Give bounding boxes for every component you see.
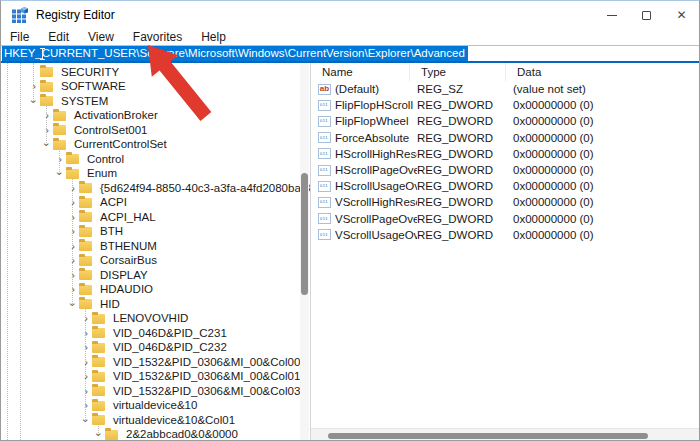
close-button[interactable]: ✕ [664, 1, 699, 29]
tree-vertical-scrollbar[interactable] [300, 63, 309, 441]
tree-item[interactable]: SOFTWARE [1, 80, 310, 95]
tree-item[interactable]: {5d624f94-8850-40c3-a3fa-a4fd2080baf3} [1, 181, 310, 196]
chevron-icon[interactable] [54, 154, 66, 165]
chevron-icon[interactable] [41, 125, 53, 136]
value-row[interactable]: VScrollPageOver... REG_DWORD 0x00000000 … [311, 211, 699, 227]
folder-icon [92, 343, 105, 353]
chevron-icon[interactable] [80, 386, 92, 397]
value-name: VScrollHighReso... [335, 196, 417, 208]
chevron-icon[interactable] [41, 110, 53, 121]
tree-item[interactable]: ActivationBroker [1, 109, 310, 124]
tree-item[interactable]: ACPI_HAL [1, 210, 310, 225]
tree-item[interactable]: DISPLAY [1, 268, 310, 283]
values-column-header: Name Type Data [311, 63, 699, 81]
tree-item-label: VID_1532&PID_0306&MI_00&Col01 [110, 370, 303, 383]
minimize-button[interactable] [594, 1, 629, 29]
column-header[interactable]: Name [311, 63, 410, 81]
tree-item[interactable]: virtualdevice&10 [1, 399, 310, 414]
menu-item[interactable]: Help [201, 30, 226, 44]
value-type: REG_SZ [417, 83, 513, 95]
tree-item[interactable]: BTHENUM [1, 239, 310, 254]
tree-item[interactable]: CurrentControlSet [1, 138, 310, 153]
value-data: 0x00000000 (0) [513, 115, 699, 127]
chevron-icon[interactable] [41, 139, 53, 150]
chevron-icon[interactable] [67, 241, 79, 252]
chevron-icon[interactable] [80, 400, 92, 411]
chevron-icon[interactable] [80, 342, 92, 353]
column-header[interactable]: Type [410, 63, 506, 81]
value-data: 0x00000000 (0) [513, 229, 699, 241]
menu-item[interactable]: Favorites [133, 30, 182, 44]
tree-item[interactable]: SYSTEM [1, 94, 310, 109]
tree-guide-line [7, 63, 8, 441]
chevron-icon[interactable] [67, 226, 79, 237]
tree-item[interactable]: Control [1, 152, 310, 167]
value-row[interactable]: (Default) REG_SZ (value not set) [311, 81, 699, 97]
value-data: 0x00000000 (0) [513, 164, 699, 176]
value-name: HScrollHighReso... [335, 148, 417, 160]
folder-icon [53, 140, 66, 150]
tree-item-label: DISPLAY [97, 269, 151, 282]
tree-item[interactable]: HDAUDIO [1, 283, 310, 298]
value-type-icon [318, 213, 331, 224]
value-row[interactable]: FlipFlopWheel REG_DWORD 0x00000000 (0) [311, 113, 699, 129]
chevron-icon[interactable] [67, 197, 79, 208]
chevron-icon[interactable] [67, 183, 79, 194]
window-title: Registry Editor [36, 8, 115, 22]
tree-item[interactable]: ACPI [1, 196, 310, 211]
address-bar[interactable]: HKEY_CURRENT_USER\Software\Microsoft\Win… [1, 45, 699, 63]
chevron-icon[interactable] [67, 284, 79, 295]
chevron-icon[interactable] [28, 96, 40, 107]
chevron-icon[interactable] [80, 415, 92, 426]
value-type-icon [318, 181, 331, 192]
value-row[interactable]: VScrollHighReso... REG_DWORD 0x00000000 … [311, 194, 699, 210]
tree-guide-line [46, 103, 47, 145]
tree-scrollbar-thumb[interactable] [301, 173, 308, 295]
tree-item[interactable]: VID_046D&PID_C231 [1, 326, 310, 341]
tree-item[interactable]: VID_1532&PID_0306&MI_00&Col01 [1, 370, 310, 385]
tree-item[interactable]: ControlSet001 [1, 123, 310, 138]
chevron-icon[interactable] [80, 357, 92, 368]
value-row[interactable]: ForceAbsolute REG_DWORD 0x00000000 (0) [311, 130, 699, 146]
chevron-icon[interactable] [67, 255, 79, 266]
folder-icon [105, 430, 118, 440]
chevron-icon[interactable] [54, 168, 66, 179]
tree-item[interactable]: LENOVOVHID [1, 312, 310, 327]
value-row[interactable]: HScrollUsageOv... REG_DWORD 0x00000000 (… [311, 178, 699, 194]
chevron-icon[interactable] [67, 212, 79, 223]
column-header[interactable]: Data [506, 63, 699, 81]
tree-item[interactable]: VID_046D&PID_C232 [1, 341, 310, 356]
chevron-icon[interactable] [80, 313, 92, 324]
value-row[interactable]: FlipFlopHScroll REG_DWORD 0x00000000 (0) [311, 97, 699, 113]
value-row[interactable]: HScrollHighReso... REG_DWORD 0x00000000 … [311, 146, 699, 162]
values-horizontal-scrollbar[interactable] [311, 428, 699, 441]
menu-item[interactable]: Edit [48, 30, 69, 44]
value-row[interactable]: HScrollPageOver... REG_DWORD 0x00000000 … [311, 162, 699, 178]
tree-item[interactable]: VID_1532&PID_0306&MI_00&Col00 [1, 355, 310, 370]
values-scrollbar-thumb[interactable] [328, 433, 648, 439]
chevron-icon[interactable] [28, 81, 40, 92]
value-row[interactable]: VScrollUsageOve... REG_DWORD 0x00000000 … [311, 227, 699, 243]
chevron-icon[interactable] [93, 429, 105, 440]
chevron-icon[interactable] [80, 371, 92, 382]
tree-guide-line [59, 147, 60, 174]
maximize-button[interactable] [629, 1, 664, 29]
chevron-icon[interactable] [67, 270, 79, 281]
chevron-icon[interactable] [80, 328, 92, 339]
chevron-icon[interactable] [67, 299, 79, 310]
tree-item[interactable]: BTH [1, 225, 310, 240]
tree-item-label: CurrentControlSet [71, 138, 170, 151]
tree-item[interactable]: SECURITY [1, 65, 310, 80]
tree-item[interactable]: 2&2abbcad0&0&0000 [1, 428, 310, 441]
menu-item[interactable]: File [10, 30, 29, 44]
tree-item[interactable]: HID [1, 297, 310, 312]
tree-item-label: {5d624f94-8850-40c3-a3fa-a4fd2080baf3} [97, 182, 311, 195]
folder-icon [79, 256, 92, 266]
menu-item[interactable]: View [88, 30, 114, 44]
tree-item[interactable]: CorsairBus [1, 254, 310, 269]
tree-item[interactable]: virtualdevice&10&Col01 [1, 413, 310, 428]
value-type-icon [318, 84, 331, 95]
tree-item[interactable]: Enum [1, 167, 310, 182]
folder-icon [79, 198, 92, 208]
tree-item[interactable]: VID_1532&PID_0306&MI_00&Col03 [1, 384, 310, 399]
